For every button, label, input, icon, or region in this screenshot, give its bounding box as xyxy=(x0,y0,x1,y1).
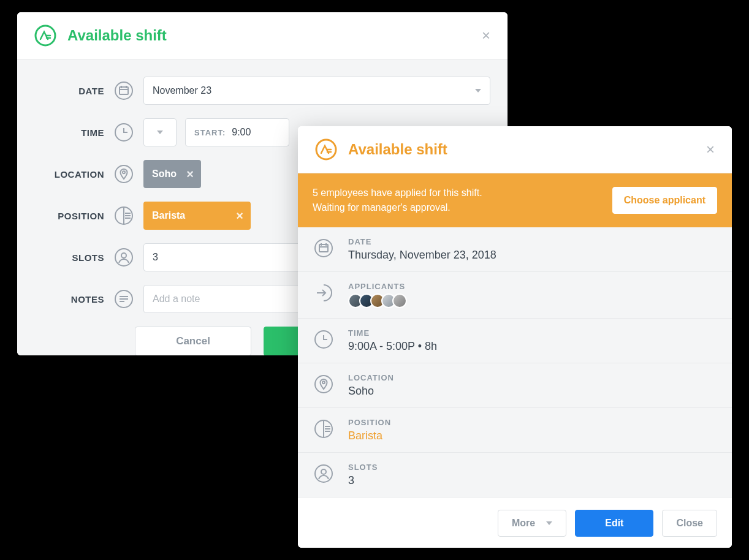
svg-point-11 xyxy=(315,240,332,257)
start-time-label: START: xyxy=(194,128,226,137)
remove-chip-icon[interactable]: × xyxy=(236,209,243,223)
close-button-label: Close xyxy=(676,518,703,529)
dialog-title: Available shift xyxy=(67,27,167,44)
detail-footer: More Edit Close xyxy=(298,497,732,548)
svg-point-1 xyxy=(115,82,132,99)
applicant-avatars[interactable] xyxy=(348,293,407,308)
applicants-banner: 5 employees have applied for this shift.… xyxy=(298,173,732,227)
cancel-button[interactable]: Cancel xyxy=(135,327,251,355)
app-logo-icon xyxy=(34,25,56,47)
banner-text: 5 employees have applied for this shift.… xyxy=(313,186,482,215)
label-slots: SLOTS xyxy=(34,252,104,263)
app-logo-icon xyxy=(315,138,337,161)
position-icon xyxy=(113,205,135,227)
position-icon xyxy=(313,418,335,440)
more-button[interactable]: More xyxy=(498,510,566,537)
label-time: TIME xyxy=(34,127,104,138)
label-date: DATE xyxy=(34,86,104,96)
date-select-value: November 23 xyxy=(153,85,211,96)
position-chip[interactable]: Barista × xyxy=(143,202,251,230)
detail-row-date: DATE Thursday, November 23, 2018 xyxy=(298,227,732,272)
avatar[interactable] xyxy=(392,293,407,308)
close-icon[interactable]: × xyxy=(482,28,490,43)
detail-location-value: Soho xyxy=(348,385,394,398)
more-button-label: More xyxy=(512,518,535,529)
shift-detail-dialog: Available shift × 5 employees have appli… xyxy=(298,126,732,548)
label-location: LOCATION xyxy=(34,169,104,180)
label-position: POSITION xyxy=(34,211,104,221)
remove-chip-icon[interactable]: × xyxy=(186,167,194,181)
detail-row-applicants: APPLICANTS xyxy=(298,272,732,319)
detail-position-label: POSITION xyxy=(348,418,391,427)
person-icon xyxy=(313,463,335,485)
clock-icon xyxy=(313,328,335,350)
svg-point-15 xyxy=(322,381,325,384)
svg-point-5 xyxy=(123,171,125,173)
label-notes: NOTES xyxy=(34,294,104,305)
detail-row-time: TIME 9:00A - 5:00P • 8h xyxy=(298,319,732,363)
notes-icon xyxy=(113,288,135,310)
slots-value: 3 xyxy=(153,252,158,263)
location-chip[interactable]: Soho × xyxy=(143,160,201,188)
start-time-input[interactable]: START: 9:00 xyxy=(185,118,289,146)
dialog-header: Available shift × xyxy=(17,12,508,59)
chevron-down-icon xyxy=(157,131,163,134)
cancel-button-label: Cancel xyxy=(176,335,210,347)
date-select[interactable]: November 23 xyxy=(143,77,490,105)
clock-icon xyxy=(113,121,135,143)
location-pin-icon xyxy=(113,163,135,185)
chevron-down-icon xyxy=(546,521,552,525)
edit-button[interactable]: Edit xyxy=(575,510,653,537)
banner-line2: Waiting for manager's approval. xyxy=(313,200,482,215)
detail-date-value: Thursday, November 23, 2018 xyxy=(348,249,496,262)
position-chip-label: Barista xyxy=(152,210,185,221)
choose-applicant-button[interactable]: Choose applicant xyxy=(612,187,717,214)
detail-time-label: TIME xyxy=(348,328,437,338)
edit-button-label: Edit xyxy=(605,518,623,528)
svg-point-8 xyxy=(121,253,126,258)
start-time-value: 9:00 xyxy=(232,127,251,138)
time-preset-select[interactable] xyxy=(143,118,177,146)
location-pin-icon xyxy=(313,373,335,395)
banner-line1: 5 employees have applied for this shift. xyxy=(313,186,482,200)
arrow-in-icon xyxy=(313,282,335,304)
choose-applicant-label: Choose applicant xyxy=(624,195,705,205)
location-chip-label: Soho xyxy=(152,168,177,180)
svg-point-18 xyxy=(321,469,326,474)
row-date: DATE November 23 xyxy=(34,77,490,105)
dialog-header: Available shift × xyxy=(298,126,732,173)
notes-placeholder: Add a note xyxy=(153,293,200,305)
calendar-icon xyxy=(113,80,135,102)
detail-date-label: DATE xyxy=(348,237,496,246)
detail-row-position: POSITION Barista xyxy=(298,408,732,453)
detail-time-value: 9:00A - 5:00P • 8h xyxy=(348,340,437,353)
detail-slots-label: SLOTS xyxy=(348,463,378,472)
calendar-icon xyxy=(313,237,335,259)
detail-slots-value: 3 xyxy=(348,474,378,487)
close-icon[interactable]: × xyxy=(706,142,715,157)
person-icon xyxy=(113,246,135,268)
detail-position-value: Barista xyxy=(348,429,391,442)
close-button[interactable]: Close xyxy=(662,510,717,537)
detail-applicants-label: APPLICANTS xyxy=(348,282,407,291)
detail-row-slots: SLOTS 3 xyxy=(298,453,732,497)
detail-row-location: LOCATION Soho xyxy=(298,363,732,408)
chevron-down-icon xyxy=(475,89,481,93)
detail-body: DATE Thursday, November 23, 2018 APPLICA… xyxy=(298,227,732,497)
dialog-title: Available shift xyxy=(348,141,447,158)
detail-location-label: LOCATION xyxy=(348,373,394,382)
